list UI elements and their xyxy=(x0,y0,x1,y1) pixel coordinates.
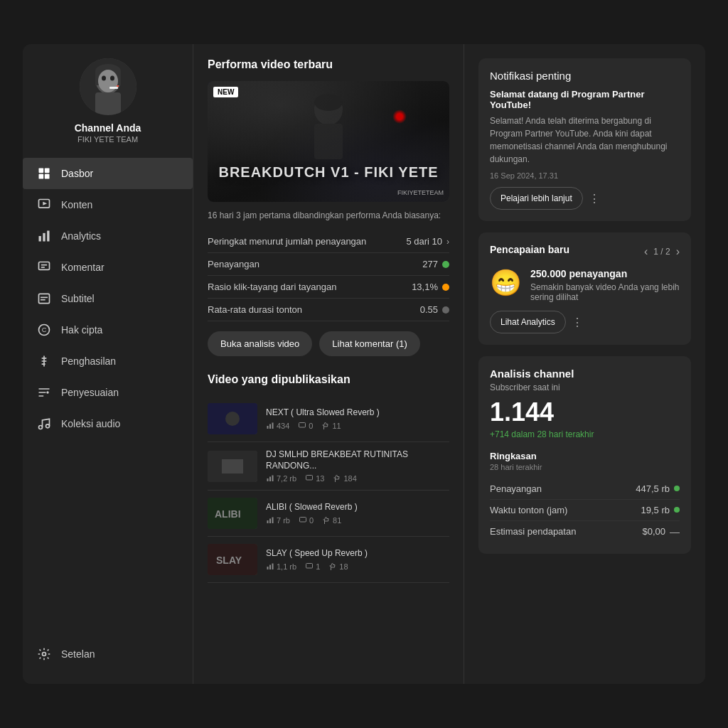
subscriber-growth: +714 dalam 28 hari terakhir xyxy=(490,429,680,439)
channel-metric-2: Estimasi pendapatan $0,00 — xyxy=(490,521,680,542)
open-analysis-button[interactable]: Buka analisis video xyxy=(208,331,312,356)
svg-rect-23 xyxy=(39,294,50,303)
metric-value: 5 dari 10 › xyxy=(406,236,449,247)
metric-value: 277 xyxy=(422,259,449,269)
svg-rect-38 xyxy=(267,426,269,429)
sidebar-item-subtitel[interactable]: Subtitel xyxy=(23,283,193,314)
list-item[interactable]: ALIBI ALIBI ( Slowed Reverb ) 7 rb xyxy=(208,491,449,537)
video-list-thumb: ALIBI xyxy=(208,498,257,529)
achievement-header: Pencapaian baru ‹ 1 / 2 › xyxy=(490,244,680,259)
likes-stat: 11 xyxy=(321,422,341,430)
video-list-thumb xyxy=(208,403,257,434)
achievement-nav: ‹ 1 / 2 › xyxy=(644,245,680,258)
svg-rect-53 xyxy=(299,517,306,522)
nav-menu: Dasbor Konten Analytics xyxy=(23,158,193,439)
sidebar-item-dasbor[interactable]: Dasbor xyxy=(23,158,193,189)
svg-point-7 xyxy=(102,76,106,81)
svg-marker-16 xyxy=(43,202,47,205)
views-stat: 1,1 rb xyxy=(266,562,296,571)
sidebar-item-label: Komentar xyxy=(61,262,105,273)
svg-rect-57 xyxy=(269,564,271,569)
views-stat: 7 rb xyxy=(266,516,290,525)
svg-rect-46 xyxy=(272,476,274,482)
svg-rect-13 xyxy=(39,174,44,179)
video-list-thumb xyxy=(208,451,257,482)
svg-point-8 xyxy=(110,76,114,81)
achievement-info: 250.000 penayangan Semakin banyak video … xyxy=(530,268,680,302)
achievement-page: 1 / 2 xyxy=(653,247,670,257)
svg-rect-56 xyxy=(267,567,269,569)
next-achievement-button[interactable]: › xyxy=(676,245,680,258)
subtitel-icon xyxy=(37,291,51,306)
svg-rect-44 xyxy=(267,478,269,481)
koleksi-audio-icon xyxy=(37,417,51,431)
sidebar-item-analytics[interactable]: Analytics xyxy=(23,220,193,252)
svg-rect-2 xyxy=(95,92,121,115)
notif-actions: Pelajari lebih lanjut ⋮ xyxy=(490,187,680,210)
summary-label: Ringkasan xyxy=(490,451,680,461)
view-analytics-button[interactable]: Lihat Analytics xyxy=(490,311,566,333)
right-panel: Notifikasi penting Selamat datang di Pro… xyxy=(464,44,705,684)
views-stat: 434 xyxy=(266,422,289,430)
sidebar-item-label: Konten xyxy=(61,199,92,210)
sidebar-item-setelan[interactable]: Setelan xyxy=(23,638,193,670)
published-videos-section: Video yang dipublikasikan NEXT ( Ultra S… xyxy=(208,373,449,583)
list-item[interactable]: DJ SMLHD BREAKBEAT RUTINITAS RANDONG... … xyxy=(208,442,449,491)
notif-date: 16 Sep 2024, 17.31 xyxy=(490,171,680,180)
perf-buttons: Buka analisis video Lihat komentar (1) xyxy=(208,331,449,356)
sidebar-item-konten[interactable]: Konten xyxy=(23,189,193,220)
channel-subtitle: FIKI YETE TEAM xyxy=(77,135,138,144)
penghasilan-icon xyxy=(37,354,51,368)
list-item[interactable]: NEXT ( Ultra Slowed Reverb ) 434 0 xyxy=(208,396,449,442)
more-options-button[interactable]: ⋮ xyxy=(589,192,600,205)
sidebar-item-komentar[interactable]: Komentar xyxy=(23,252,193,283)
video-list-stats: 434 0 11 xyxy=(266,422,449,430)
perf-subtitle: 16 hari 3 jam pertama dibandingkan perfo… xyxy=(208,210,449,220)
svg-rect-47 xyxy=(306,476,313,481)
views-stat: 7,2 rb xyxy=(266,474,296,483)
sidebar-item-penyesuaian[interactable]: Penyesuaian xyxy=(23,377,193,408)
sidebar-item-koleksi-audio[interactable]: Koleksi audio xyxy=(23,408,193,439)
metric-label: Penayangan xyxy=(208,259,259,269)
published-videos-title: Video yang dipublikasikan xyxy=(208,373,449,386)
summary-sub: 28 hari terakhir xyxy=(490,463,680,471)
channel-metric-0: Penayangan 447,5 rb xyxy=(490,478,680,500)
video-list-stats: 7 rb 0 81 xyxy=(266,516,449,525)
prev-achievement-button[interactable]: ‹ xyxy=(644,245,648,258)
sidebar-item-penghasilan[interactable]: Penghasilan xyxy=(23,346,193,377)
metric-val: 447,5 rb xyxy=(636,483,680,494)
main-content: Performa video terbaru NEW BREAKDUTCH V1… xyxy=(193,44,705,684)
setelan-icon xyxy=(37,647,51,661)
penyesuaian-icon xyxy=(37,385,51,400)
svg-rect-58 xyxy=(272,563,274,569)
metric-label: Estimasi pendapatan xyxy=(490,526,576,537)
video-list-name: ALIBI ( Slowed Reverb ) xyxy=(266,502,449,513)
metric-val: 19,5 rb xyxy=(641,505,680,515)
sidebar-bottom: Setelan xyxy=(23,638,193,670)
sidebar-item-hak-cipta[interactable]: C Hak cipta xyxy=(23,314,193,346)
metric-row-3: Rata-rata durasi tonton 0.55 xyxy=(208,299,449,321)
view-comments-button[interactable]: Lihat komentar (1) xyxy=(319,331,420,356)
konten-icon xyxy=(37,198,51,212)
svg-rect-34 xyxy=(314,124,343,159)
svg-rect-50 xyxy=(267,520,269,523)
svg-rect-18 xyxy=(43,233,45,242)
svg-rect-9 xyxy=(109,87,118,89)
list-item[interactable]: SLAY SLAY ( Speed Up Reverb ) 1,1 rb xyxy=(208,537,449,583)
svg-point-31 xyxy=(46,424,50,428)
video-list-name: NEXT ( Ultra Slowed Reverb ) xyxy=(266,407,449,419)
sidebar-item-label: Penyesuaian xyxy=(61,387,119,398)
dash-icon: — xyxy=(670,526,680,537)
green-dot xyxy=(674,486,680,491)
learn-more-button[interactable]: Pelajari lebih lanjut xyxy=(490,187,583,210)
svg-rect-51 xyxy=(269,518,271,523)
achievement-more-button[interactable]: ⋮ xyxy=(572,316,583,329)
metric-label: Peringkat menurut jumlah penayangan xyxy=(208,236,366,247)
metric-value: 13,1% xyxy=(412,282,449,292)
channel-analysis-title: Analisis channel xyxy=(490,368,680,380)
sidebar: Channel Anda FIKI YETE TEAM Dasbor Konte… xyxy=(23,44,193,684)
sidebar-item-label: Analytics xyxy=(61,230,101,242)
achievement-description: Semakin banyak video Anda yang lebih ser… xyxy=(530,282,680,302)
svg-point-32 xyxy=(43,653,46,656)
svg-point-29 xyxy=(46,391,48,393)
